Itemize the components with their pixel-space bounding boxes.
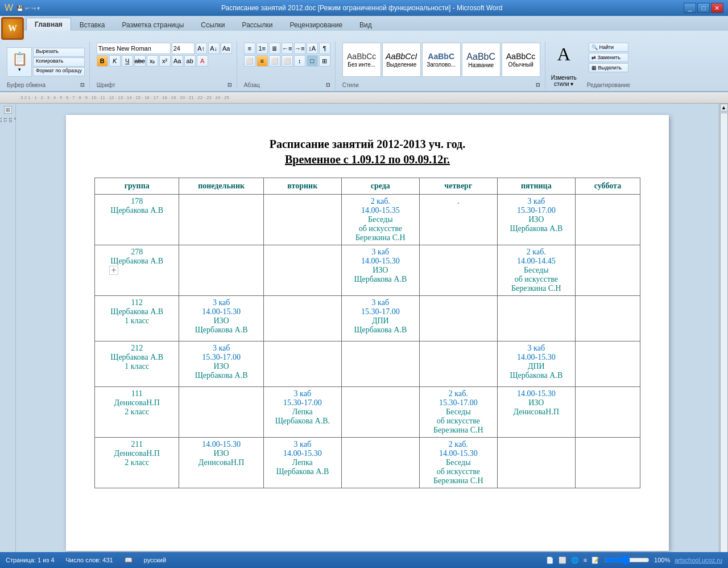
- cell-r3-c4[interactable]: [419, 341, 497, 387]
- cell-r4-c1[interactable]: [179, 387, 263, 438]
- cell-r5-c0[interactable]: 211ДенисоваН.П2 класс: [95, 438, 179, 488]
- borders-button[interactable]: ⊞: [319, 55, 330, 67]
- scrollbar-vertical[interactable]: ▲ ▼: [719, 104, 728, 562]
- paste-button[interactable]: 📋 ▾: [7, 47, 32, 77]
- cell-r1-c1[interactable]: [179, 245, 263, 296]
- show-marks-button[interactable]: ¶: [319, 43, 330, 54]
- shrink-font-button[interactable]: A↓: [208, 43, 220, 54]
- bullets-button[interactable]: ≡: [244, 43, 255, 54]
- shading-button[interactable]: □: [307, 55, 318, 67]
- paragraph-expand[interactable]: ⊡: [326, 82, 330, 88]
- cell-r4-c2[interactable]: 3 каб15.30-17.00ЛепкаЩербакова А.В.: [263, 387, 341, 438]
- website-link[interactable]: artschool.ucoz.ru: [675, 557, 722, 563]
- scroll-up-button[interactable]: ▲: [720, 104, 728, 112]
- maximize-button[interactable]: □: [697, 3, 710, 13]
- align-center-button[interactable]: ≡: [257, 55, 268, 67]
- page-container[interactable]: + Расписание занятий 2012-2013 уч. год. …: [16, 104, 719, 562]
- cell-r2-c1[interactable]: 3 каб14.00-15.30ИЗОЩербакова А.В: [179, 296, 263, 341]
- cell-r1-c5[interactable]: 2 каб.14.00-14.45Беседыоб искусствеБерез…: [497, 245, 575, 296]
- cell-r4-c6[interactable]: [575, 387, 640, 438]
- style-normal[interactable]: AaBbCc Без инте...: [342, 43, 381, 77]
- cell-r1-c2[interactable]: [263, 245, 341, 296]
- view-normal-button[interactable]: 📄: [546, 557, 554, 564]
- view-full-screen-button[interactable]: ⬜: [559, 557, 566, 564]
- view-draft-button[interactable]: 📝: [592, 557, 599, 564]
- align-left-button[interactable]: ⬜: [244, 55, 255, 67]
- view-outline-button[interactable]: ≡: [584, 557, 587, 563]
- cell-r0-c1[interactable]: [179, 195, 263, 245]
- cell-r1-c0[interactable]: 278Щербакова А.В: [95, 245, 179, 296]
- cell-r2-c0[interactable]: 112Щербакова А.В1 класс: [95, 296, 179, 341]
- style-default[interactable]: AaBbCc Обычный: [502, 43, 540, 77]
- cell-r5-c4[interactable]: 2 каб.14.00-15.30Беседыоб искусствеБерез…: [419, 438, 497, 488]
- superscript-button[interactable]: x²: [159, 55, 171, 67]
- increase-indent-button[interactable]: →≡: [294, 43, 305, 54]
- cell-r0-c0[interactable]: 178Щербакова А.В: [95, 195, 179, 245]
- cell-r5-c6[interactable]: [575, 438, 640, 488]
- subscript-button[interactable]: x₂: [147, 55, 158, 67]
- cell-r3-c3[interactable]: [341, 341, 419, 387]
- cell-r1-c4[interactable]: [419, 245, 497, 296]
- style-emphasis[interactable]: AaBbCcI Выделение: [382, 43, 421, 77]
- cell-r5-c1[interactable]: 14.00-15.30ИЗОДенисоваН.П: [179, 438, 263, 488]
- grow-font-button[interactable]: A↑: [196, 43, 207, 54]
- scroll-thumb[interactable]: [720, 113, 728, 553]
- align-right-button[interactable]: ⬜: [269, 55, 280, 67]
- clipboard-expand[interactable]: ⊡: [80, 82, 85, 88]
- cell-r3-c1[interactable]: 3 каб15.30-17.00ИЗОЩербакова А.В: [179, 341, 263, 387]
- office-button[interactable]: W: [1, 17, 24, 40]
- change-styles-label[interactable]: Изменитьстили ▾: [551, 75, 577, 87]
- cell-r2-c4[interactable]: [419, 296, 497, 341]
- decrease-indent-button[interactable]: ←≡: [282, 43, 293, 54]
- format-painter-button[interactable]: Формат по образцу: [33, 67, 85, 76]
- cell-r0-c2[interactable]: [263, 195, 341, 245]
- tab-mailings[interactable]: Рассылки: [234, 18, 282, 31]
- cell-r2-c5[interactable]: [497, 296, 575, 341]
- cell-r0-c5[interactable]: 3 каб15.30-17.00ИЗОЩербакова А.В: [497, 195, 575, 245]
- cell-r3-c0[interactable]: 212Щербакова А.В1 класс: [95, 341, 179, 387]
- find-button[interactable]: 🔍 Найти: [589, 43, 628, 52]
- minimize-button[interactable]: _: [684, 3, 696, 13]
- highlight-button[interactable]: ab: [184, 55, 196, 67]
- tab-review[interactable]: Рецензирование: [281, 18, 351, 31]
- justify-button[interactable]: ⬜: [282, 55, 293, 67]
- replace-button[interactable]: ⇄ Заменить: [589, 53, 628, 62]
- spell-check-icon[interactable]: 📖: [125, 557, 133, 564]
- cut-button[interactable]: Вырезать: [33, 48, 85, 57]
- cell-r0-c6[interactable]: [575, 195, 640, 245]
- font-expand[interactable]: ⊡: [228, 82, 232, 88]
- cell-r2-c2[interactable]: [263, 296, 341, 341]
- cell-r0-c4[interactable]: .: [419, 195, 497, 245]
- cell-r4-c0[interactable]: 111ДенисоваН.П2 класс: [95, 387, 179, 438]
- numbering-button[interactable]: 1≡: [257, 43, 268, 54]
- font-name-input[interactable]: [97, 43, 171, 54]
- multilevel-list-button[interactable]: ≣: [269, 43, 280, 54]
- view-toggle[interactable]: ⊞: [4, 106, 12, 114]
- cell-r4-c4[interactable]: 2 каб.15.30-17.00Беседыоб искусствеБерез…: [419, 387, 497, 438]
- tab-insert[interactable]: Вставка: [71, 18, 114, 31]
- tab-home[interactable]: Главная: [26, 18, 71, 31]
- tab-view[interactable]: Вид: [351, 18, 380, 31]
- zoom-slider[interactable]: [604, 556, 650, 564]
- view-web-button[interactable]: 🌐: [571, 557, 579, 564]
- text-case-button[interactable]: Aa: [172, 55, 183, 67]
- cell-r5-c2[interactable]: 3 каб14.00-15.30ЛепкаЩербакова А.В: [263, 438, 341, 488]
- cell-r3-c2[interactable]: [263, 341, 341, 387]
- copy-button[interactable]: Копировать: [33, 57, 85, 67]
- style-heading1[interactable]: AaBbC Заголово...: [422, 43, 461, 77]
- table-add-icon[interactable]: +: [109, 266, 118, 275]
- clear-format-button[interactable]: Aa: [221, 43, 232, 54]
- underline-button[interactable]: Ч: [122, 55, 133, 67]
- cell-r1-c3[interactable]: 3 каб14.00-15.30ИЗОЩербакова А.В: [341, 245, 419, 296]
- italic-button[interactable]: K: [109, 55, 121, 67]
- close-button[interactable]: ✕: [711, 3, 723, 13]
- cell-r2-c3[interactable]: 3 каб15.30-17.00ДПИЩербакова А.В: [341, 296, 419, 341]
- style-title[interactable]: AaBbC Название: [462, 43, 500, 77]
- font-color-button[interactable]: A: [197, 55, 208, 67]
- cell-r2-c6[interactable]: [575, 296, 640, 341]
- cell-r5-c5[interactable]: [497, 438, 575, 488]
- strikethrough-button[interactable]: abe: [134, 55, 146, 67]
- sort-button[interactable]: ↕A: [307, 43, 318, 54]
- cell-r3-c6[interactable]: [575, 341, 640, 387]
- cell-r0-c3[interactable]: 2 каб.14.00-15.35Беседыоб искусствеБерез…: [341, 195, 419, 245]
